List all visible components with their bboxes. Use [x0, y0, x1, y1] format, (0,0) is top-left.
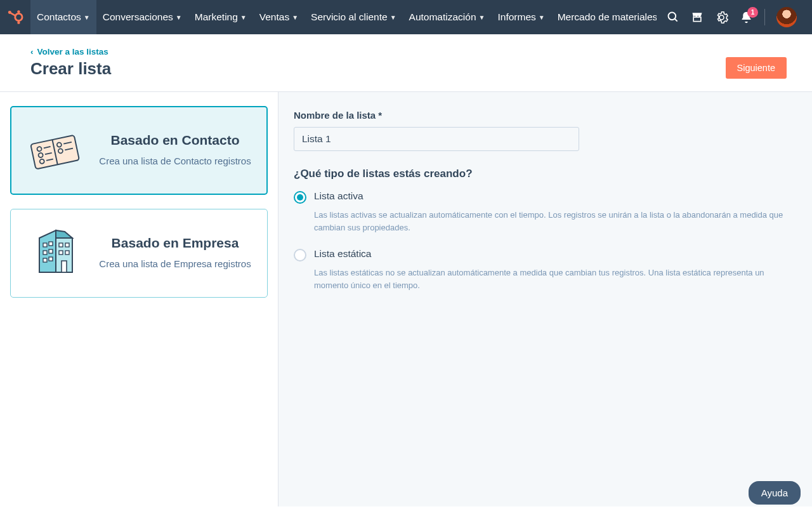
nav-label: Marketing: [195, 11, 238, 23]
radio-label[interactable]: Lista estática: [314, 248, 797, 260]
help-button[interactable]: Ayuda: [749, 481, 801, 505]
type-heading: ¿Qué tipo de listas estás creando?: [294, 168, 797, 180]
back-link-label: Volver a las listas: [37, 47, 108, 56]
radio-active-list[interactable]: [294, 191, 306, 204]
svg-rect-9: [693, 17, 701, 22]
notifications-icon[interactable]: 1: [740, 11, 753, 24]
search-icon[interactable]: [667, 11, 679, 23]
nav-label: Conversaciones: [103, 11, 173, 23]
list-name-input[interactable]: [294, 127, 579, 151]
svg-point-0: [15, 13, 22, 20]
right-column: Nombre de la lista * ¿Qué tipo de listas…: [278, 92, 812, 506]
left-column: Basado en Contacto Crea una lista de Con…: [0, 92, 278, 506]
card-company-based[interactable]: Basado en Empresa Crea una lista de Empr…: [10, 209, 268, 298]
back-link[interactable]: ‹ Volver a las listas: [30, 47, 108, 56]
hubspot-logo-icon[interactable]: [0, 0, 30, 34]
svg-rect-25: [43, 243, 47, 247]
chevron-left-icon: ‹: [30, 47, 34, 56]
nav-items: Contactos▼ Conversaciones▼ Marketing▼ Ve…: [30, 0, 657, 34]
gear-icon[interactable]: [715, 11, 728, 24]
chevron-down-icon: ▼: [176, 14, 182, 21]
nav-item-servicio[interactable]: Servicio al cliente▼: [304, 0, 403, 34]
svg-rect-34: [65, 251, 69, 255]
card-contact-based[interactable]: Basado en Contacto Crea una lista de Con…: [10, 106, 268, 195]
company-icon: [23, 225, 84, 282]
page-title: Crear lista: [30, 59, 111, 79]
nav-label: Mercado de materiales: [558, 11, 657, 23]
svg-rect-29: [43, 258, 47, 262]
card-desc: Crea una lista de Contacto registros: [96, 154, 254, 168]
nav-label: Servicio al cliente: [311, 11, 388, 23]
card-body: Basado en Empresa Crea una lista de Empr…: [96, 235, 254, 271]
svg-rect-31: [59, 243, 63, 247]
svg-rect-35: [62, 261, 67, 272]
card-title: Basado en Empresa: [96, 235, 254, 251]
divider: [764, 9, 765, 25]
radio-desc: Las listas activas se actualizan automát…: [314, 209, 797, 234]
chevron-down-icon: ▼: [390, 14, 396, 21]
nav-item-automatizacion[interactable]: Automatización▼: [403, 0, 492, 34]
svg-marker-22: [39, 230, 56, 272]
svg-point-2: [17, 22, 20, 24]
nav-item-contactos[interactable]: Contactos▼: [30, 0, 96, 34]
nav-item-conversaciones[interactable]: Conversaciones▼: [96, 0, 188, 34]
svg-point-1: [17, 10, 20, 13]
nav-label: Contactos: [37, 11, 81, 23]
svg-line-8: [675, 19, 678, 22]
contact-list-icon: [23, 122, 84, 179]
next-button[interactable]: Siguiente: [726, 57, 787, 79]
chevron-down-icon: ▼: [84, 14, 90, 21]
chevron-down-icon: ▼: [292, 14, 298, 21]
svg-rect-26: [49, 242, 53, 246]
radio-static-list[interactable]: [294, 249, 306, 261]
nav-item-ventas[interactable]: Ventas▼: [253, 0, 304, 34]
top-navbar: Contactos▼ Conversaciones▼ Marketing▼ Ve…: [0, 0, 812, 34]
nav-item-mercado[interactable]: Mercado de materiales▼: [551, 0, 657, 34]
nav-item-marketing[interactable]: Marketing▼: [188, 0, 253, 34]
card-desc: Crea una lista de Empresa registros: [96, 257, 254, 271]
page-header: ‹ Volver a las listas Crear lista Siguie…: [0, 34, 812, 92]
svg-point-7: [669, 13, 676, 20]
svg-rect-30: [49, 257, 53, 261]
chevron-down-icon: ▼: [479, 14, 485, 21]
nav-label: Ventas: [259, 11, 289, 23]
chevron-down-icon: ▼: [240, 14, 247, 21]
nav-label: Automatización: [409, 11, 476, 23]
marketplace-icon[interactable]: [691, 11, 704, 23]
avatar[interactable]: [776, 7, 797, 27]
notification-badge: 1: [747, 7, 758, 18]
svg-marker-24: [56, 230, 72, 238]
nav-item-informes[interactable]: Informes▼: [491, 0, 551, 34]
radio-label[interactable]: Lista activa: [314, 190, 797, 202]
main-content: Basado en Contacto Crea una lista de Con…: [0, 92, 812, 506]
radio-option-static: Lista estática Las listas estáticas no s…: [294, 248, 797, 292]
nav-right: 1: [657, 7, 807, 27]
svg-rect-28: [49, 249, 53, 253]
nav-label: Informes: [497, 11, 535, 23]
name-label: Nombre de la lista *: [294, 110, 797, 121]
svg-rect-27: [43, 251, 47, 255]
chevron-down-icon: ▼: [539, 14, 545, 21]
svg-rect-33: [59, 251, 63, 255]
card-body: Basado en Contacto Crea una lista de Con…: [96, 133, 254, 168]
radio-desc: Las listas estáticas no se actualizan au…: [314, 267, 797, 292]
radio-option-active: Lista activa Las listas activas se actua…: [294, 190, 797, 234]
card-title: Basado en Contacto: [96, 133, 254, 148]
svg-rect-32: [65, 243, 69, 247]
